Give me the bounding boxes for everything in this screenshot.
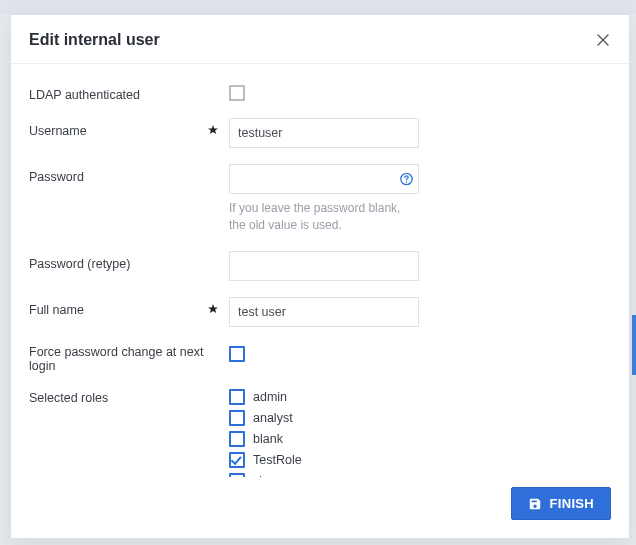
label-force-change: Force password change at next login — [29, 343, 207, 373]
label-username: Username — [29, 118, 207, 138]
modal-header: Edit internal user — [11, 15, 629, 64]
role-item: analyst — [229, 410, 419, 426]
fullname-input[interactable] — [229, 297, 419, 327]
save-icon — [528, 497, 542, 511]
finish-button[interactable]: FINISH — [511, 487, 611, 520]
close-button[interactable] — [595, 32, 611, 48]
role-label: blank — [253, 432, 283, 446]
row-password: Password If you leave the password blank… — [29, 164, 611, 235]
password-input[interactable] — [229, 164, 419, 194]
required-star-icon — [207, 124, 219, 136]
label-password-retype: Password (retype) — [29, 251, 207, 271]
role-checkbox[interactable] — [229, 431, 245, 447]
modal-body: LDAP authenticated Username Password — [11, 64, 629, 477]
checkbox-ldap[interactable] — [229, 85, 245, 101]
role-item: TestRole — [229, 452, 419, 468]
row-username: Username — [29, 118, 611, 148]
close-icon — [597, 34, 609, 46]
label-password: Password — [29, 164, 207, 184]
role-label: admin — [253, 390, 287, 404]
role-checkbox[interactable] — [229, 452, 245, 468]
role-item: blank — [229, 431, 419, 447]
role-checkbox[interactable] — [229, 389, 245, 405]
row-password-retype: Password (retype) — [29, 251, 611, 281]
required-star-icon — [207, 303, 219, 315]
modal-footer: FINISH — [11, 477, 629, 538]
label-roles: Selected roles — [29, 389, 207, 405]
row-ldap: LDAP authenticated — [29, 82, 611, 102]
modal-title: Edit internal user — [29, 31, 160, 49]
password-retype-input[interactable] — [229, 251, 419, 281]
role-label: TestRole — [253, 453, 302, 467]
row-roles: Selected roles adminanalystblankTestRole… — [29, 389, 611, 477]
role-item: admin — [229, 389, 419, 405]
finish-label: FINISH — [550, 496, 594, 511]
label-ldap: LDAP authenticated — [29, 82, 207, 102]
svg-point-1 — [406, 181, 407, 182]
row-fullname: Full name — [29, 297, 611, 327]
password-help-icon[interactable] — [400, 173, 413, 186]
password-help-text: If you leave the password blank, the old… — [229, 200, 419, 235]
label-fullname: Full name — [29, 297, 207, 317]
edit-user-modal: Edit internal user LDAP authenticated Us… — [10, 14, 630, 539]
role-checkbox[interactable] — [229, 410, 245, 426]
checkbox-force-change[interactable] — [229, 346, 245, 362]
row-force-change: Force password change at next login — [29, 343, 611, 373]
username-input[interactable] — [229, 118, 419, 148]
role-label: analyst — [253, 411, 293, 425]
